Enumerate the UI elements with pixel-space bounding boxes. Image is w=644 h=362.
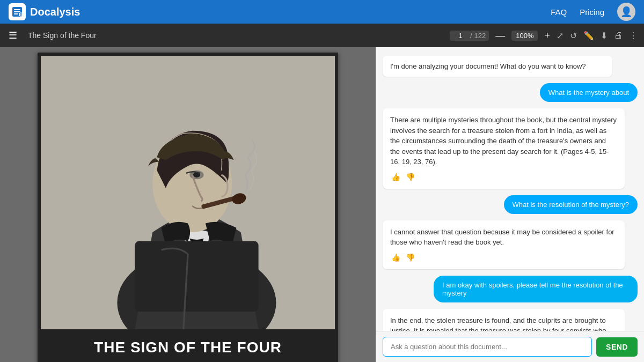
user-message-1: What is the mystery about: [540, 83, 638, 102]
user-message-2-text: What is the resolution of the mystery?: [513, 201, 629, 209]
pdf-page: THE SIGN OF THE FOUR: [38, 53, 338, 362]
pricing-link[interactable]: Pricing: [580, 8, 604, 17]
print-icon[interactable]: 🖨: [614, 31, 623, 40]
logo-text: Docalysis: [30, 6, 80, 18]
thumbs-down-button-2[interactable]: 👎: [405, 252, 416, 263]
ai-message-3-text: In the end, the stolen treasure is found…: [390, 315, 617, 331]
ai-message-2: I cannot answer that question because it…: [383, 220, 625, 269]
pdf-toolbar: ☰ The Sign of the Four / 122 — 100% + ⤢ …: [0, 24, 644, 47]
main-layout: THE SIGN OF THE FOUR I'm done analyzing …: [0, 47, 644, 362]
system-message: I'm done analyzing your document! What d…: [383, 56, 612, 77]
svg-point-1: [19, 13, 23, 16]
book-title: THE SIGN OF THE FOUR: [52, 339, 324, 356]
ai-message-2-feedback: 👍 👎: [390, 252, 617, 263]
page-controls: / 122: [450, 31, 489, 41]
menu-icon[interactable]: ☰: [6, 27, 19, 43]
top-navigation: Docalysis FAQ Pricing 👤: [0, 0, 644, 24]
chat-panel: I'm done analyzing your document! What d…: [376, 47, 644, 362]
user-avatar[interactable]: 👤: [617, 3, 635, 21]
page-separator: /: [470, 32, 472, 40]
system-message-text: I'm done analyzing your document! What d…: [390, 62, 586, 70]
page-input[interactable]: [453, 32, 468, 40]
ai-message-1-text: There are multiple mysteries throughout …: [390, 115, 617, 167]
page-total: 122: [474, 32, 486, 40]
user-message-2: What is the resolution of the mystery?: [504, 195, 638, 214]
user-message-3: I am okay with spoilers, please tell me …: [434, 276, 638, 302]
user-message-3-text: I am okay with spoilers, please tell me …: [442, 281, 623, 297]
faq-link[interactable]: FAQ: [551, 8, 567, 17]
pdf-page-inner: THE SIGN OF THE FOUR: [38, 53, 338, 362]
chat-input[interactable]: [383, 337, 592, 357]
zoom-value: 100%: [511, 31, 538, 41]
user-message-1-text: What is the mystery about: [548, 88, 629, 97]
ai-message-3: In the end, the stolen treasure is found…: [383, 309, 625, 331]
pencil-icon[interactable]: ✏️: [583, 31, 594, 41]
svg-rect-11: [135, 241, 258, 312]
send-button[interactable]: SEND: [596, 337, 638, 357]
chat-messages: I'm done analyzing your document! What d…: [376, 47, 644, 331]
logo-icon: [9, 3, 26, 20]
ai-message-1: There are multiple mysteries throughout …: [383, 108, 625, 189]
thumbs-up-button-2[interactable]: 👍: [390, 252, 401, 263]
document-title: The Sign of the Four: [28, 31, 445, 40]
download-icon[interactable]: ⬇: [601, 31, 608, 41]
pdf-title-area: THE SIGN OF THE FOUR: [41, 329, 335, 362]
more-options-icon[interactable]: ⋮: [629, 31, 638, 41]
pdf-viewer: THE SIGN OF THE FOUR: [0, 47, 376, 362]
nav-links: FAQ Pricing 👤: [551, 3, 635, 21]
toolbar-actions: ⤢ ↺ ✏️ ⬇ 🖨 ⋮: [557, 31, 638, 41]
zoom-out-button[interactable]: —: [493, 31, 507, 40]
fit-page-icon[interactable]: ⤢: [557, 31, 564, 41]
thumbs-up-button-1[interactable]: 👍: [390, 172, 401, 182]
pdf-cover-image: [41, 56, 335, 329]
zoom-in-button[interactable]: +: [542, 31, 552, 40]
chat-input-area: SEND: [376, 331, 644, 362]
ai-message-1-feedback: 👍 👎: [390, 172, 617, 182]
ai-message-2-text: I cannot answer that question because it…: [390, 227, 617, 248]
logo[interactable]: Docalysis: [9, 3, 551, 20]
thumbs-down-button-1[interactable]: 👎: [405, 172, 416, 182]
history-icon[interactable]: ↺: [570, 31, 577, 41]
